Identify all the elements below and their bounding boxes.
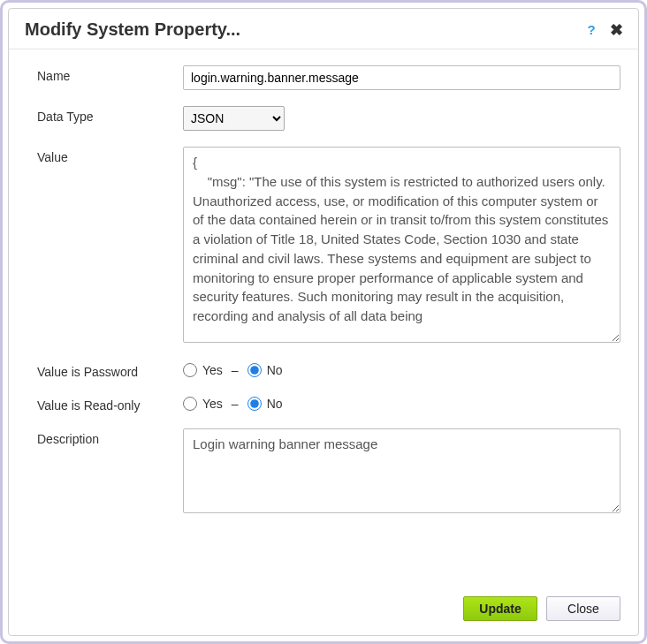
label-value: Value [37, 147, 183, 164]
titlebar: Modify System Property... ? ✖ [9, 9, 638, 49]
row-description: Description [37, 428, 620, 516]
update-button[interactable]: Update [463, 596, 537, 621]
row-value: Value [37, 147, 620, 345]
button-bar: Update Close [9, 586, 638, 635]
is-readonly-no-label[interactable]: No [247, 397, 283, 411]
is-readonly-yes-label[interactable]: Yes [183, 397, 223, 411]
is-password-yes-radio[interactable] [183, 363, 197, 377]
is-readonly-yes-text: Yes [202, 397, 223, 411]
is-password-yes-text: Yes [202, 363, 223, 377]
data-type-select[interactable]: JSON [183, 106, 285, 131]
is-readonly-radio-group: Yes – No [183, 395, 620, 411]
row-name: Name [37, 65, 620, 90]
dash: – [232, 363, 239, 377]
label-data-type: Data Type [37, 106, 183, 124]
dash: – [232, 397, 239, 411]
modify-system-property-dialog: Modify System Property... ? ✖ Name Data … [8, 8, 639, 636]
is-password-yes-label[interactable]: Yes [183, 363, 223, 377]
is-readonly-no-text: No [267, 397, 283, 411]
is-password-no-text: No [267, 363, 283, 377]
is-password-no-label[interactable]: No [247, 363, 283, 377]
row-is-password: Value is Password Yes – No [37, 361, 620, 379]
title-actions: ? ✖ [582, 20, 626, 40]
label-is-password: Value is Password [37, 361, 183, 379]
help-icon[interactable]: ? [582, 20, 601, 40]
name-input[interactable] [183, 65, 620, 90]
row-data-type: Data Type JSON [37, 106, 620, 131]
value-textarea[interactable] [183, 147, 620, 343]
form-area: Name Data Type JSON Value [9, 49, 638, 586]
row-is-readonly: Value is Read-only Yes – No [37, 395, 620, 413]
description-textarea[interactable] [183, 428, 620, 513]
label-name: Name [37, 65, 183, 83]
is-password-no-radio[interactable] [247, 363, 262, 377]
close-icon[interactable]: ✖ [606, 20, 626, 40]
dialog-title: Modify System Property... [25, 19, 582, 40]
is-readonly-yes-radio[interactable] [183, 397, 197, 411]
label-description: Description [37, 428, 183, 446]
dialog-outer: Modify System Property... ? ✖ Name Data … [0, 0, 647, 644]
close-button[interactable]: Close [546, 596, 620, 621]
label-is-readonly: Value is Read-only [37, 395, 183, 413]
is-readonly-no-radio[interactable] [247, 397, 262, 411]
is-password-radio-group: Yes – No [183, 361, 620, 377]
